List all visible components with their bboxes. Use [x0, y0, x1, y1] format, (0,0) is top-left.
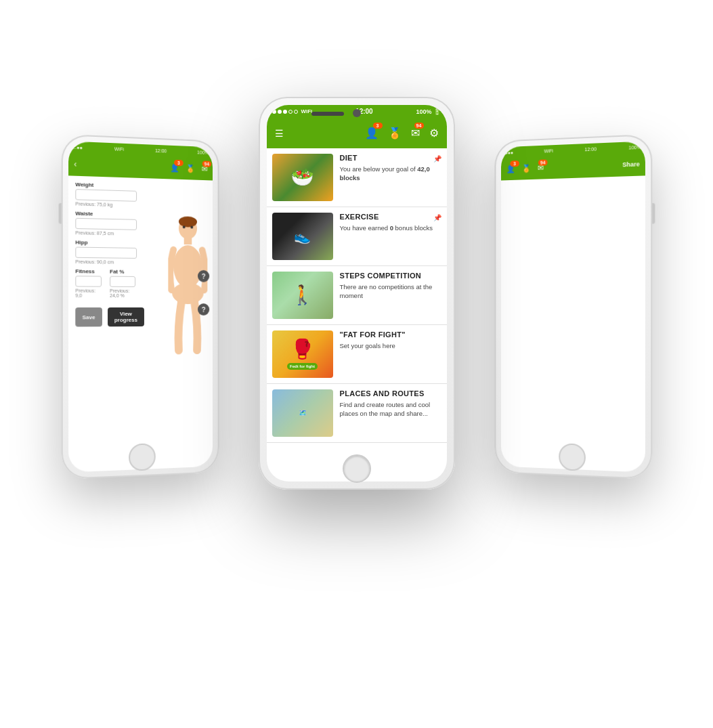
- fat-desc: Set your goals here: [340, 341, 441, 350]
- center-time: 12:00: [355, 108, 373, 115]
- trophy-icon-right: 🏅: [521, 163, 531, 171]
- places-img-placeholder: 🗺️: [272, 389, 333, 437]
- mail-nav-wrap[interactable]: ✉ 94: [411, 127, 420, 140]
- places-title: PLACES AND ROUTES: [340, 389, 441, 398]
- diet-img-placeholder: 🥗: [272, 154, 333, 201]
- home-button-center[interactable]: [343, 454, 371, 483]
- fitness-fat-row: Fitness Previous: 9,0 Fat % Previous: 24…: [75, 268, 137, 302]
- fedt-label: Fedt for fight: [287, 363, 318, 370]
- places-menu-item[interactable]: 🗺️ PLACES AND ROUTES Find and create rou…: [267, 384, 447, 443]
- right-battery: 100%: [628, 144, 641, 150]
- weight-label: Weight: [75, 181, 137, 189]
- left-body: ? ? Weight Previous: 75,0 kg Waiste Prev…: [68, 175, 213, 332]
- signal-dots: WiFi: [272, 108, 313, 114]
- diet-image: 🥗: [272, 154, 333, 201]
- exercise-menu-item[interactable]: 👟 EXERCISE 📌 You have earned 0 bonus blo…: [267, 207, 447, 266]
- question-mark-1: ?: [197, 270, 209, 282]
- places-text: PLACES AND ROUTES Find and create routes…: [340, 389, 441, 419]
- people-badge: 3: [174, 159, 183, 165]
- fat-title: "FAT FOR FIGHT": [340, 330, 441, 339]
- mail-badge: 94: [202, 160, 211, 166]
- body-figure: ? ?: [168, 215, 207, 377]
- menu-icon[interactable]: ☰: [275, 128, 284, 139]
- side-button-left: [58, 202, 61, 223]
- diet-menu-item[interactable]: 🥗 DIET 📌 You are below your goal of 42,0…: [267, 148, 447, 207]
- left-fields: Weight Previous: 75,0 kg Waiste Previous…: [75, 181, 137, 326]
- left-time: 12:00: [154, 148, 166, 153]
- right-people-icon[interactable]: 👤 3: [506, 164, 515, 173]
- left-trophy-icon[interactable]: 🏅: [186, 163, 195, 172]
- diet-title: DIET: [340, 154, 358, 162]
- steps-text: STEPS COMPETITION There are no competiti…: [340, 272, 441, 301]
- diet-text: DIET 📌 You are below your goal of 42,0 b…: [340, 154, 441, 183]
- left-wifi: WiFi: [114, 146, 123, 151]
- right-wifi: WiFi: [544, 148, 553, 153]
- fat-prev: Previous: 24,0 %: [110, 288, 137, 297]
- right-mail-badge: 94: [538, 158, 547, 165]
- hipp-input[interactable]: [75, 247, 137, 258]
- settings-nav-icon[interactable]: ⚙: [429, 127, 439, 140]
- right-people-badge: 3: [510, 160, 519, 166]
- left-people-icon[interactable]: 👤 3: [170, 163, 179, 172]
- phone-center-inner: WiFi 12:00 100% 🔋 ☰ 👤 3 🏅: [267, 105, 447, 481]
- fitness-label: Fitness: [75, 268, 103, 274]
- dot-3: [283, 110, 287, 114]
- fat-col: Fat % Previous: 24,0 %: [110, 268, 137, 301]
- right-nav-left-icons: 👤 3 🏅 ✉ 94: [506, 163, 543, 173]
- share-button[interactable]: Share: [622, 160, 640, 168]
- weight-prev: Previous: 75,0 kg: [75, 201, 137, 207]
- left-signal: ...●●: [72, 144, 83, 150]
- svg-point-3: [172, 282, 203, 304]
- scene: ...●● WiFi 12:00 100% ‹ 👤 3 🏅 ✉: [52, 43, 662, 686]
- fitness-prev: Previous: 9,0: [75, 288, 103, 297]
- fat-menu-item[interactable]: 🥊 Fedt for fight "FAT FOR FIGHT" Set you…: [267, 325, 447, 384]
- fat-text: "FAT FOR FIGHT" Set your goals here: [340, 330, 441, 350]
- fat-input[interactable]: [110, 276, 135, 286]
- people-nav-wrap[interactable]: 👤 3: [365, 127, 379, 140]
- right-time: 12:00: [584, 146, 597, 151]
- places-image: 🗺️: [272, 389, 333, 437]
- right-trophy-icon[interactable]: 🏅: [521, 163, 531, 172]
- fat-image: 🥊 Fedt for fight: [272, 330, 333, 378]
- left-mail-icon[interactable]: ✉ 94: [201, 164, 207, 173]
- nav-right-icons: 👤 3 🏅 ✉ 94 ⚙: [365, 127, 439, 140]
- right-signal: ●●●: [504, 150, 513, 154]
- waiste-label: Waiste: [75, 210, 137, 217]
- left-buttons: Save View progress: [75, 307, 137, 326]
- phone-center: WiFi 12:00 100% 🔋 ☰ 👤 3 🏅: [259, 97, 455, 490]
- fitness-col: Fitness Previous: 9,0: [75, 268, 103, 302]
- dot-2: [278, 110, 282, 114]
- left-nav-icons: 👤 3 🏅 ✉ 94: [170, 163, 207, 173]
- left-back-button[interactable]: ‹: [74, 159, 77, 169]
- phone-right: ●●● WiFi 12:00 100% 👤 3 🏅 ✉ 9: [494, 133, 652, 479]
- exercise-text: EXERCISE 📌 You have earned 0 bonus block…: [340, 213, 441, 232]
- exercise-image: 👟: [272, 213, 333, 260]
- weight-input[interactable]: [75, 189, 137, 202]
- phone-left-inner: ...●● WiFi 12:00 100% ‹ 👤 3 🏅 ✉: [68, 141, 213, 472]
- waiste-prev: Previous: 87,5 cm: [75, 230, 137, 236]
- steps-menu-item[interactable]: 🚶 STEPS COMPETITION There are no competi…: [267, 266, 447, 325]
- dot-5: [294, 110, 298, 114]
- fitness-input[interactable]: [75, 276, 102, 286]
- body-svg: [168, 215, 207, 377]
- battery-icon: 🔋: [433, 108, 441, 115]
- steps-image: 🚶: [272, 272, 333, 319]
- right-mail-icon[interactable]: ✉ 94: [537, 163, 543, 172]
- hipp-label: Hipp: [75, 239, 137, 247]
- hipp-prev: Previous: 90,0 cm: [75, 259, 137, 264]
- view-progress-button[interactable]: View progress: [107, 307, 144, 326]
- svg-rect-1: [183, 238, 192, 244]
- waiste-input[interactable]: [75, 217, 137, 230]
- side-button-right: [652, 202, 655, 223]
- phone-right-inner: ●●● WiFi 12:00 100% 👤 3 🏅 ✉ 9: [501, 141, 645, 472]
- trophy-nav-icon[interactable]: 🏅: [388, 127, 402, 140]
- exercise-title: EXERCISE: [340, 213, 379, 221]
- mail-nav-badge: 94: [414, 123, 424, 129]
- dot-1: [272, 110, 276, 114]
- people-nav-badge: 3: [373, 123, 383, 129]
- save-button[interactable]: Save: [75, 307, 102, 326]
- battery-area: 100% 🔋: [416, 108, 441, 115]
- steps-img-placeholder: 🚶: [272, 272, 333, 319]
- steps-title: STEPS COMPETITION: [340, 272, 441, 280]
- pin-icon-diet: 📌: [433, 155, 441, 163]
